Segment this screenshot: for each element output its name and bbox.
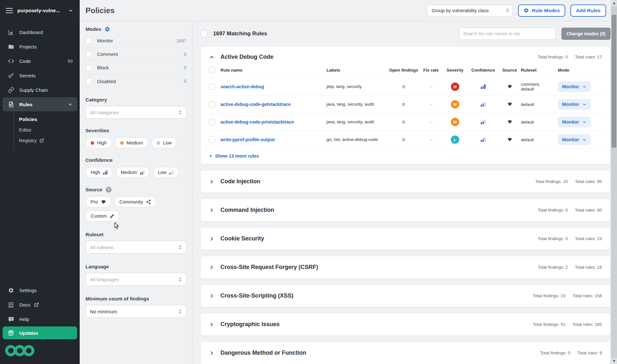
language-select[interactable]: All languages	[85, 273, 186, 286]
mode-filter-monitor[interactable]: Monitor 1697	[85, 34, 186, 48]
code-count-badge: 93	[68, 59, 73, 64]
chevron-down-icon	[582, 120, 586, 124]
col-rule-name: Rule name	[220, 68, 326, 73]
sidebar-item-dashboard[interactable]: Dashboard	[0, 25, 80, 39]
ruleset-value: default	[521, 102, 558, 107]
source-chip-pro[interactable]: Pro	[85, 196, 111, 207]
sidebar-item-code[interactable]: Code 93	[0, 54, 80, 68]
checkbox[interactable]	[85, 51, 92, 57]
mode-filter-block[interactable]: Block 0	[85, 61, 186, 74]
severity-chip-high[interactable]: High	[85, 137, 112, 148]
mode-filter-comment[interactable]: Comment 0	[85, 48, 186, 61]
total-findings: Total findings: 0	[538, 236, 568, 241]
scrollbar-down-icon[interactable]	[611, 358, 617, 364]
source-chip-custom[interactable]: Custom	[85, 211, 120, 221]
confidence-chip-medium[interactable]: Medium	[116, 167, 150, 178]
min-findings-select[interactable]: No minimum	[85, 305, 186, 318]
rule-search-input[interactable]	[459, 28, 556, 40]
scrollbar-thumb[interactable]	[612, 15, 616, 148]
severity-chip-medium[interactable]: Medium	[115, 137, 148, 148]
section-header[interactable]: Command Injection Total findings: 0Total…	[201, 199, 610, 221]
page-body: Policies Group by vulnerability class Ru…	[80, 0, 617, 364]
checkbox[interactable]	[85, 78, 92, 84]
source-chip-community[interactable]: Community	[114, 196, 156, 207]
open-findings-value: 0	[402, 120, 405, 125]
checkbox[interactable]	[85, 38, 92, 44]
ruleset-select[interactable]: All rulesets	[85, 241, 186, 254]
ruleset-label: Ruleset	[85, 232, 103, 237]
chip-label: Low	[163, 140, 172, 145]
mode-dropdown[interactable]: Monitor	[558, 134, 591, 145]
section-header[interactable]: Cross-Site Request Forgery (CSRF) Total …	[201, 256, 610, 278]
confidence-chip-high[interactable]: High	[85, 167, 112, 178]
hamburger-icon[interactable]	[6, 8, 13, 13]
show-more-rules-link[interactable]: ▼ Show 13 more rules	[201, 148, 610, 164]
section-title: Command Injection	[220, 207, 274, 213]
section-header[interactable]: Code Injection Total findings: 10Total r…	[201, 170, 610, 193]
ruleset-placeholder: All rulesets	[90, 245, 113, 250]
table-header-row: Rule name Labels Open findings Fix rate …	[209, 65, 602, 78]
rule-name-link[interactable]: active-debug-code-getstacktrace	[220, 102, 326, 107]
sidebar-item-settings[interactable]: Settings	[0, 283, 80, 298]
col-fix-rate: Fix rate	[423, 68, 439, 73]
section-header[interactable]: Cryptographic Issues Total findings: 51T…	[201, 313, 610, 335]
select-all-checkbox[interactable]	[201, 30, 207, 37]
row-checkbox[interactable]	[209, 83, 215, 90]
sidebar-item-secrets[interactable]: Secrets	[0, 68, 80, 83]
sidebar-item-supply-chain[interactable]: Supply Chain	[0, 83, 80, 97]
show-more-label: Show 13 more rules	[215, 153, 259, 159]
triangle-down-icon: ▼	[209, 154, 212, 158]
ruleset-value: default	[521, 137, 558, 142]
confidence-bars-icon	[169, 170, 174, 175]
mode-dropdown[interactable]: Monitor	[558, 99, 591, 110]
scrollbar-up-icon[interactable]	[611, 0, 617, 6]
org-switcher[interactable]: purposely-vulne...	[0, 0, 80, 21]
sidebar-item-editor[interactable]: Editor	[0, 125, 80, 135]
sidebar-item-updates[interactable]: Updates	[3, 326, 77, 339]
row-checkbox[interactable]	[209, 119, 215, 125]
vertical-scrollbar[interactable]	[611, 0, 617, 364]
mode-dropdown[interactable]: Monitor	[558, 81, 591, 92]
sidebar-item-projects[interactable]: Projects	[0, 39, 80, 54]
sidebar-item-policies[interactable]: Policies	[0, 114, 80, 125]
confidence-bars-icon	[140, 170, 144, 175]
rule-name-link[interactable]: write-pprof-profile-output	[220, 137, 326, 142]
section-header[interactable]: Cookie Security Total findings: 0Total r…	[201, 228, 610, 250]
sidebar-item-rules[interactable]: Rules	[3, 97, 77, 111]
add-rules-button[interactable]: Add Rules	[570, 4, 606, 17]
checkbox[interactable]	[85, 65, 92, 71]
rule-modes-button[interactable]: Rule Modes	[518, 4, 565, 17]
row-checkbox[interactable]	[209, 136, 215, 143]
section-header[interactable]: Dangerous Method or Function Total findi…	[201, 342, 610, 364]
dashboard-icon	[8, 29, 14, 36]
group-by-select[interactable]: Group by vulnerability class	[427, 5, 513, 16]
rule-name-link[interactable]: search-active-debug	[220, 84, 326, 89]
total-findings: Total findings: 0	[540, 351, 570, 355]
rule-group-card-active-debug-code: Active Debug Code Total findings: 0 Tota…	[200, 46, 611, 164]
row-checkbox[interactable]	[209, 101, 215, 108]
col-ruleset: Ruleset	[521, 68, 558, 73]
sidebar-item-help[interactable]: ? Help	[0, 312, 80, 326]
sidebar-item-label: Policies	[19, 117, 37, 122]
mode-dropdown[interactable]: Monitor	[558, 117, 591, 127]
sidebar-item-registry[interactable]: Registry	[0, 135, 80, 146]
section-header[interactable]: Cross-Site-Scripting (XSS) Total finding…	[201, 285, 610, 307]
category-select[interactable]: All categories	[85, 106, 186, 119]
section-header[interactable]: Active Debug Code Total findings: 0 Tota…	[201, 47, 610, 65]
section-title: Active Debug Code	[220, 54, 273, 60]
confidence-chip-low[interactable]: Low	[153, 167, 179, 178]
modes-gear-icon[interactable]	[104, 26, 110, 32]
total-rules: Total rules: 17	[575, 55, 602, 59]
select-section-checkbox[interactable]	[209, 67, 215, 73]
ruleset-value: default	[521, 120, 558, 125]
severity-chip-low[interactable]: Low	[151, 137, 177, 148]
source-label: Source	[85, 187, 103, 193]
mode-filter-disabled[interactable]: Disabled 0	[85, 74, 186, 88]
key-icon	[8, 73, 14, 79]
sidebar-item-docs[interactable]: Docs	[0, 298, 80, 312]
rule-name-link[interactable]: active-debug-code-printstacktrace	[220, 119, 326, 125]
rule-group-card-cookie-security: Cookie Security Total findings: 0Total r…	[200, 227, 611, 250]
source-help-icon[interactable]: ?	[106, 187, 112, 193]
table-row: active-debug-code-getstacktrace java, la…	[209, 95, 602, 113]
change-modes-button[interactable]: Change modes (0)	[561, 28, 611, 40]
